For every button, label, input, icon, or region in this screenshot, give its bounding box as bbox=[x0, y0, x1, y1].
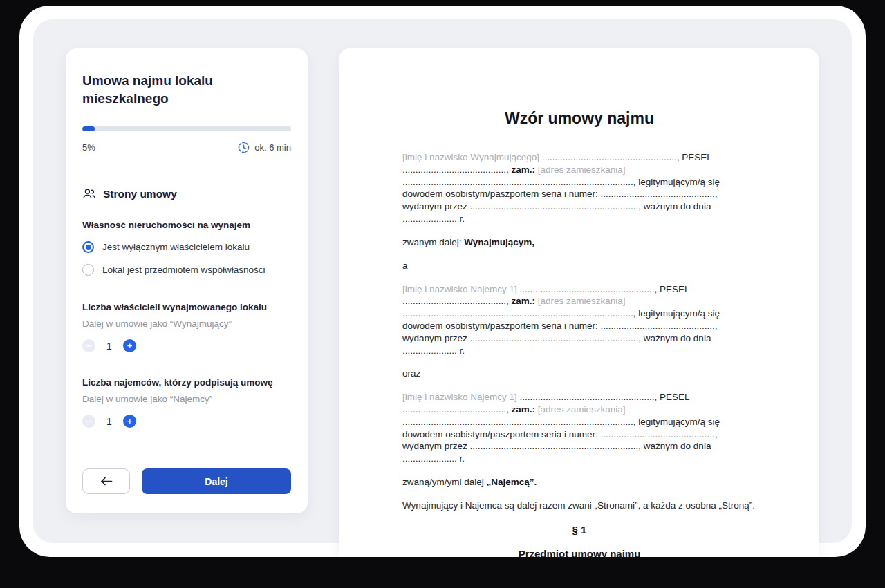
doc-paragraph: a bbox=[402, 260, 756, 272]
radio-option-co-ownership[interactable]: Lokal jest przedmiotem współwłasności bbox=[82, 264, 291, 276]
next-button[interactable]: Dalej bbox=[142, 468, 291, 494]
tenants-count-hint: Dalej w umowie jako “Najemcy” bbox=[82, 394, 291, 404]
divider bbox=[82, 171, 291, 171]
progress-percent: 5% bbox=[82, 142, 95, 153]
progress-bar bbox=[82, 126, 291, 131]
back-button[interactable] bbox=[82, 468, 130, 494]
clock-icon bbox=[238, 142, 250, 153]
progress-info-row: 5% ok. 6 min bbox=[82, 142, 291, 153]
wizard-sidebar-card: Umowa najmu lokalu mieszkalnego 5% ok. 6… bbox=[66, 48, 308, 513]
radio-option-sole-owner[interactable]: Jest wyłącznym właścicielem lokalu bbox=[82, 241, 291, 253]
progress-bar-fill bbox=[82, 126, 95, 131]
users-icon bbox=[82, 188, 96, 200]
radio-option-label: Jest wyłącznym właścicielem lokalu bbox=[102, 242, 250, 252]
owners-count-label: Liczba właścicieli wynajmowanego lokalu bbox=[82, 302, 291, 312]
owners-count-value: 1 bbox=[95, 341, 123, 352]
radio-option-label: Lokal jest przedmiotem współwłasności bbox=[102, 265, 266, 275]
doc-section-heading: § 1 bbox=[402, 523, 756, 537]
owners-increment-button[interactable]: + bbox=[123, 339, 136, 352]
estimated-time: ok. 6 min bbox=[238, 142, 291, 153]
wizard-footer: Dalej bbox=[82, 453, 291, 494]
owners-count-hint: Dalej w umowie jako “Wynajmujący” bbox=[82, 319, 291, 329]
doc-paragraph: [imię i nazwisko Najemcy 1] ............… bbox=[402, 391, 756, 465]
tenants-count-stepper: − 1 + bbox=[82, 415, 291, 428]
doc-paragraph: [imię i nazwisko Wynajmującego] ........… bbox=[402, 151, 756, 225]
wizard-title: Umowa najmu lokalu mieszkalnego bbox=[82, 72, 291, 107]
doc-paragraph: zwanym dalej: Wynajmującym, bbox=[402, 236, 756, 249]
section-title: Strony umowy bbox=[103, 188, 177, 200]
doc-paragraph: oraz bbox=[402, 368, 756, 380]
tenants-count-value: 1 bbox=[95, 416, 123, 427]
estimated-time-label: ok. 6 min bbox=[254, 142, 291, 153]
owners-decrement-button[interactable]: − bbox=[82, 339, 95, 352]
doc-paragraph: zwaną/ym/ymi dalej „Najemcą”. bbox=[402, 476, 756, 489]
divider bbox=[82, 453, 291, 453]
radio-selected-icon[interactable] bbox=[82, 241, 94, 253]
tenants-count-label: Liczba najemców, którzy podpisują umowę bbox=[82, 377, 291, 388]
section-header: Strony umowy bbox=[82, 188, 291, 200]
tenants-decrement-button[interactable]: − bbox=[82, 415, 95, 428]
doc-section-heading: Przedmiot umowy najmu bbox=[402, 547, 756, 557]
owners-count-stepper: − 1 + bbox=[82, 339, 291, 352]
document-body: [imię i nazwisko Wynajmującego] ........… bbox=[402, 151, 756, 557]
radio-unselected-icon[interactable] bbox=[82, 264, 94, 276]
tenants-increment-button[interactable]: + bbox=[123, 415, 136, 428]
ownership-question-label: Własność nieruchomości na wynajem bbox=[82, 220, 291, 230]
app-window: Umowa najmu lokalu mieszkalnego 5% ok. 6… bbox=[19, 6, 866, 557]
contract-preview-card[interactable]: Wzór umowy najmu [imię i nazwisko Wynajm… bbox=[339, 48, 819, 557]
doc-paragraph: Wynajmujący i Najemca są dalej razem zwa… bbox=[402, 500, 756, 512]
document-title: Wzór umowy najmu bbox=[402, 109, 756, 128]
screen-background: Umowa najmu lokalu mieszkalnego 5% ok. 6… bbox=[0, 0, 885, 588]
doc-paragraph: [imię i nazwisko Najemcy 1] ............… bbox=[402, 283, 756, 357]
arrow-left-icon bbox=[100, 477, 113, 486]
